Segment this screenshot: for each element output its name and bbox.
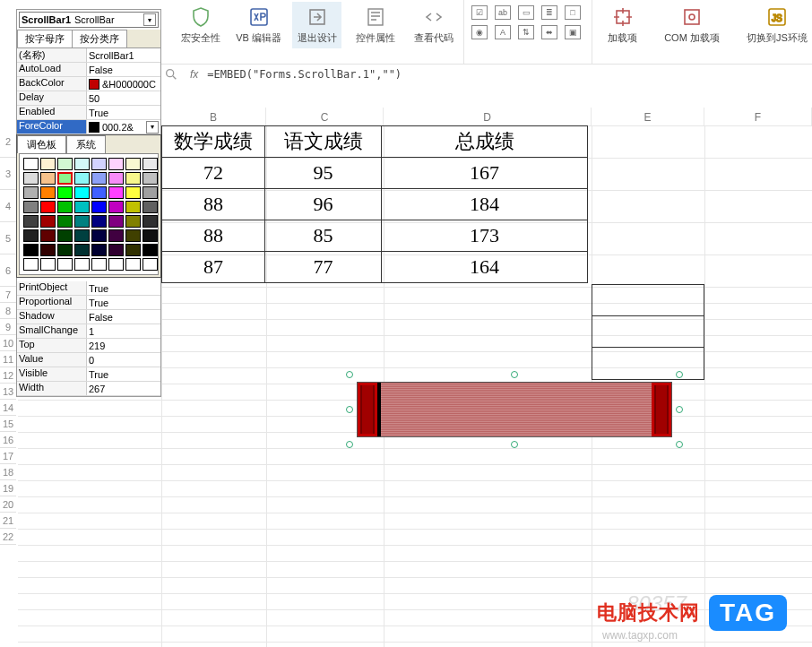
color-cell[interactable] [74, 215, 90, 228]
property-value[interactable]: &H000000C [87, 77, 160, 91]
resize-handle[interactable] [511, 371, 518, 378]
property-row[interactable]: SmallChange1 [17, 324, 160, 339]
color-cell[interactable] [143, 172, 158, 185]
color-cell[interactable] [23, 215, 39, 228]
color-cell[interactable] [74, 186, 90, 199]
color-cell[interactable] [23, 258, 39, 271]
row-header[interactable]: 22 [0, 529, 16, 545]
color-cell[interactable] [74, 258, 90, 271]
row-header[interactable]: 2 [0, 125, 16, 158]
color-cell[interactable] [143, 158, 158, 170]
color-cell[interactable] [40, 244, 56, 256]
scrollbar-right-button[interactable] [652, 383, 671, 436]
property-value[interactable]: 000.2&▾ [87, 120, 160, 134]
color-cell[interactable] [40, 172, 56, 185]
color-cell[interactable] [74, 158, 90, 170]
color-cell[interactable] [74, 201, 90, 213]
color-cell[interactable] [143, 201, 158, 213]
color-cell[interactable] [125, 201, 141, 213]
row-header[interactable]: 20 [0, 496, 16, 513]
row-header[interactable]: 8 [0, 303, 16, 319]
property-value[interactable]: 50 [87, 91, 160, 105]
property-row[interactable]: BackColor&H000000C [17, 77, 160, 91]
property-row[interactable]: Value0 [17, 353, 160, 367]
color-cell[interactable] [74, 172, 90, 185]
resize-handle[interactable] [346, 371, 353, 378]
macro-security-button[interactable]: 宏安全性 [176, 2, 225, 48]
color-cell[interactable] [91, 258, 107, 271]
color-cell[interactable] [91, 201, 107, 213]
ctrl-checkbox-icon[interactable]: ☑ [471, 5, 488, 20]
color-cell[interactable] [57, 244, 73, 256]
com-addins-button[interactable]: COM 加载项 [656, 2, 728, 48]
color-cell[interactable] [143, 244, 158, 256]
color-cell[interactable] [40, 186, 56, 199]
color-cell[interactable] [40, 258, 56, 271]
ctrl-button-icon[interactable]: □ [565, 5, 581, 20]
property-row[interactable]: (名称)ScrollBar1 [17, 48, 160, 63]
color-cell[interactable] [108, 186, 124, 199]
property-value[interactable]: True [87, 281, 160, 295]
color-cell[interactable] [91, 158, 107, 170]
row-header[interactable]: 15 [0, 416, 16, 432]
color-cell[interactable] [143, 229, 158, 242]
table-cell[interactable]: 77 [265, 252, 382, 283]
color-cell[interactable] [108, 229, 124, 242]
color-cell[interactable] [91, 244, 107, 256]
ctrl-scrollbar-icon[interactable]: ⬌ [541, 25, 557, 39]
color-cell[interactable] [91, 172, 107, 185]
table-cell[interactable]: 96 [265, 189, 382, 220]
row-header[interactable]: 12 [0, 367, 16, 384]
property-value[interactable]: 1 [87, 324, 160, 338]
property-value[interactable]: True [87, 367, 160, 381]
color-cell[interactable] [91, 186, 107, 199]
resize-handle[interactable] [346, 441, 353, 448]
color-cell[interactable] [91, 215, 107, 228]
chevron-down-icon[interactable]: ▾ [146, 121, 159, 134]
tab-system-colors[interactable]: 系统 [66, 135, 106, 153]
scrollbar-control-selection[interactable] [350, 375, 679, 444]
property-value[interactable]: True [87, 106, 160, 119]
row-header[interactable]: 4 [0, 190, 16, 222]
exit-design-button[interactable]: 退出设计 [292, 2, 341, 48]
row-header[interactable]: 17 [0, 448, 16, 464]
control-props-button[interactable]: 控件属性 [350, 2, 400, 48]
resize-handle[interactable] [346, 406, 353, 413]
table-cell[interactable]: 87 [162, 252, 265, 283]
row-header[interactable]: 3 [0, 158, 16, 190]
ctrl-spinner-icon[interactable]: ⇅ [518, 25, 534, 39]
resize-handle[interactable] [511, 441, 518, 448]
table-cell[interactable]: 184 [382, 189, 588, 220]
object-name-box[interactable]: ScrollBar1 ScrollBar ▾ [19, 12, 159, 28]
col-header-e[interactable]: E [592, 108, 704, 125]
resize-handle[interactable] [676, 406, 683, 413]
resize-handle[interactable] [676, 371, 683, 378]
scrollbar-control[interactable] [357, 382, 672, 437]
color-cell[interactable] [125, 229, 141, 242]
color-cell[interactable] [57, 158, 73, 170]
color-cell[interactable] [40, 158, 56, 170]
color-cell[interactable] [57, 258, 73, 271]
property-value[interactable]: 0 [87, 353, 160, 367]
row-header[interactable]: 13 [0, 384, 16, 400]
ctrl-textbox-icon[interactable]: ab [495, 5, 511, 20]
color-cell[interactable] [143, 186, 158, 199]
table-cell[interactable]: 167 [382, 158, 588, 189]
property-value[interactable]: False [87, 63, 160, 76]
property-row[interactable]: VisibleTrue [17, 367, 160, 382]
row-header[interactable]: 21 [0, 513, 16, 529]
color-cell[interactable] [23, 229, 39, 242]
property-row[interactable]: ProportionalTrue [17, 296, 160, 310]
property-value[interactable]: 219 [87, 339, 160, 352]
table-cell[interactable]: 72 [162, 158, 265, 189]
row-header[interactable]: 11 [0, 351, 16, 367]
color-cell[interactable] [143, 258, 158, 271]
color-cell[interactable] [57, 201, 73, 213]
vb-editor-button[interactable]: VB 编辑器 [234, 2, 283, 48]
chevron-down-icon[interactable]: ▾ [143, 13, 156, 26]
property-row[interactable]: Delay50 [17, 91, 160, 106]
col-header-c[interactable]: C [266, 108, 384, 125]
ctrl-option-icon[interactable]: ◉ [471, 25, 488, 39]
color-cell[interactable] [125, 186, 141, 199]
color-cell[interactable] [57, 172, 73, 185]
